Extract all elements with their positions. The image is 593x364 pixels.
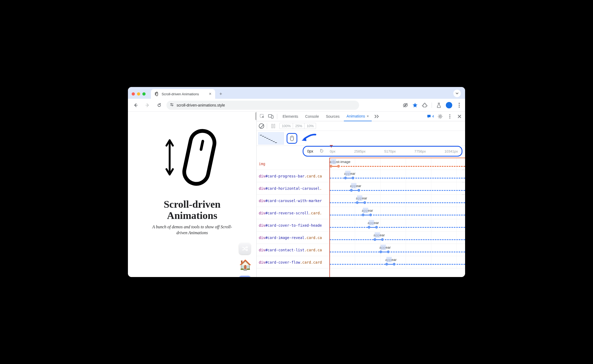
animation-bar[interactable]	[385, 262, 465, 267]
browser-tab[interactable]: Scroll-driven Animations ×	[151, 89, 215, 99]
staircase-icon	[259, 132, 284, 145]
webpage-viewport[interactable]: Scroll-drivenAnimations A bunch of demos…	[128, 112, 256, 277]
animation-bar[interactable]	[362, 213, 465, 217]
settings-gear-icon[interactable]	[437, 113, 444, 120]
animation-bar[interactable]	[374, 237, 465, 242]
close-tab-icon[interactable]: ×	[209, 92, 211, 96]
close-panel-icon[interactable]: ×	[367, 114, 369, 118]
track-row[interactable]: div#card-horizontal-carousel.appear	[257, 182, 465, 195]
animation-name: appear	[362, 208, 465, 213]
tab-search-button[interactable]	[453, 90, 461, 97]
track-row[interactable]: div#card-image-reveal.card.caappear	[257, 232, 465, 244]
speed-selector[interactable]: 100% 25% 10%	[279, 123, 316, 129]
animation-segment[interactable]: appear	[350, 184, 465, 193]
track-selector[interactable]: div#card-reverse-scroll.card.	[257, 207, 329, 219]
track-selector[interactable]: div#card-progress-bar.card.ca	[257, 170, 329, 182]
track-lane[interactable]: appear	[329, 244, 465, 256]
animation-bar[interactable]	[356, 200, 465, 205]
bookmark-star-icon[interactable]	[412, 103, 418, 108]
track-selector[interactable]: div#card-image-reveal.card.ca	[257, 232, 329, 244]
track-selector[interactable]: div#card-cover-flow.card.card	[257, 256, 329, 268]
track-selector[interactable]: div#card-horizontal-carousel.	[257, 182, 329, 194]
track-row[interactable]: div#card-cover-to-fixed-headeappear	[257, 219, 465, 232]
track-lane[interactable]: appear	[329, 182, 465, 194]
animation-bar[interactable]	[379, 249, 465, 254]
svg-point-13	[459, 107, 460, 108]
track-lane[interactable]: adjust-image	[329, 158, 465, 170]
animation-segment[interactable]: appear	[379, 245, 465, 254]
animation-segment[interactable]: appear	[385, 258, 465, 267]
animation-segment[interactable]: adjust-image	[330, 160, 465, 169]
devtools-kebab-icon[interactable]	[446, 113, 453, 120]
track-lane[interactable]: appear	[329, 232, 465, 244]
shuffle-button[interactable]	[239, 243, 251, 255]
playhead-line[interactable]	[329, 158, 330, 277]
animation-segment[interactable]: appear	[362, 208, 465, 217]
track-selector[interactable]: img	[257, 158, 329, 170]
current-position: 0px	[307, 149, 313, 153]
track-row[interactable]: div#card-cover-flow.card.cardappear	[257, 256, 465, 268]
animation-name: appear	[356, 196, 465, 200]
profile-avatar[interactable]	[446, 102, 452, 108]
url-text: scroll-driven-animations.style	[177, 103, 225, 107]
svg-point-21	[449, 114, 450, 115]
svg-rect-16	[199, 139, 204, 151]
track-row[interactable]: div#card-carousel-with-markerappear	[257, 195, 465, 207]
tab-sources[interactable]: Sources	[323, 112, 342, 121]
maximize-window-button[interactable]	[142, 92, 146, 96]
track-row[interactable]: imgadjust-image	[257, 158, 465, 170]
close-devtools-icon[interactable]	[456, 113, 463, 120]
svg-point-8	[172, 105, 173, 106]
animation-bar[interactable]	[368, 225, 465, 230]
labs-icon[interactable]	[436, 103, 442, 108]
annotation-arrow-icon	[300, 133, 317, 143]
animation-segment[interactable]: appear	[356, 196, 465, 205]
device-toggle-icon[interactable]	[267, 113, 274, 120]
track-lane[interactable]: appear	[329, 207, 465, 219]
track-lane[interactable]: appear	[329, 219, 465, 231]
home-button[interactable]: 🏠	[239, 260, 252, 270]
close-window-button[interactable]	[132, 92, 135, 96]
back-button[interactable]	[131, 101, 140, 110]
animation-thumbnail[interactable]	[258, 132, 284, 145]
info-button[interactable]: i	[239, 275, 251, 277]
track-lane[interactable]: appear	[329, 256, 465, 268]
track-lane[interactable]: appear	[329, 195, 465, 207]
new-tab-button[interactable]: +	[217, 90, 225, 98]
track-row[interactable]: div#card-reverse-scroll.card.appear	[257, 207, 465, 219]
clear-icon[interactable]	[259, 123, 264, 129]
messages-badge[interactable]: 4	[427, 114, 434, 119]
reload-button[interactable]	[155, 101, 164, 110]
track-selector[interactable]: div#card-contact-list.card.ca	[257, 244, 329, 256]
forward-button[interactable]	[143, 101, 152, 110]
eye-off-icon[interactable]	[403, 103, 408, 108]
animation-bar[interactable]	[344, 176, 465, 180]
timeline-ruler[interactable]: 0px 0px 2585px 5170px 7756px 10341px	[303, 146, 462, 157]
inspect-element-icon[interactable]	[259, 113, 266, 120]
site-settings-icon[interactable]	[170, 103, 174, 108]
kebab-menu-icon[interactable]	[457, 103, 462, 108]
more-tabs-icon[interactable]	[373, 113, 380, 120]
scroll-driven-badge[interactable]	[287, 133, 297, 144]
track-row[interactable]: div#card-progress-bar.card.caappear	[257, 170, 465, 182]
extensions-icon[interactable]	[422, 103, 427, 108]
animation-bar[interactable]	[350, 188, 465, 193]
minimize-window-button[interactable]	[137, 92, 140, 96]
animation-segment[interactable]: appear	[368, 221, 465, 230]
devtools-panel: Elements Console Sources Animations× 4	[256, 112, 465, 277]
address-bar[interactable]: scroll-driven-animations.style	[166, 101, 359, 110]
track-row[interactable]: div#card-contact-list.card.caappear	[257, 244, 465, 256]
pause-icon[interactable]	[270, 123, 277, 130]
track-selector[interactable]: div#card-cover-to-fixed-heade	[257, 219, 329, 231]
tab-console[interactable]: Console	[302, 112, 321, 121]
tab-animations[interactable]: Animations×	[344, 112, 371, 121]
replay-icon[interactable]	[319, 149, 324, 154]
reload-icon	[157, 103, 162, 108]
tab-elements[interactable]: Elements	[280, 112, 301, 121]
track-lane[interactable]: appear	[329, 170, 465, 182]
animation-segment[interactable]: appear	[344, 172, 465, 180]
animation-segment[interactable]: appear	[374, 233, 465, 242]
animation-bar[interactable]	[330, 164, 465, 169]
tab-strip: Scroll-driven Animations × +	[128, 87, 465, 99]
track-selector[interactable]: div#card-carousel-with-marker	[257, 195, 329, 207]
